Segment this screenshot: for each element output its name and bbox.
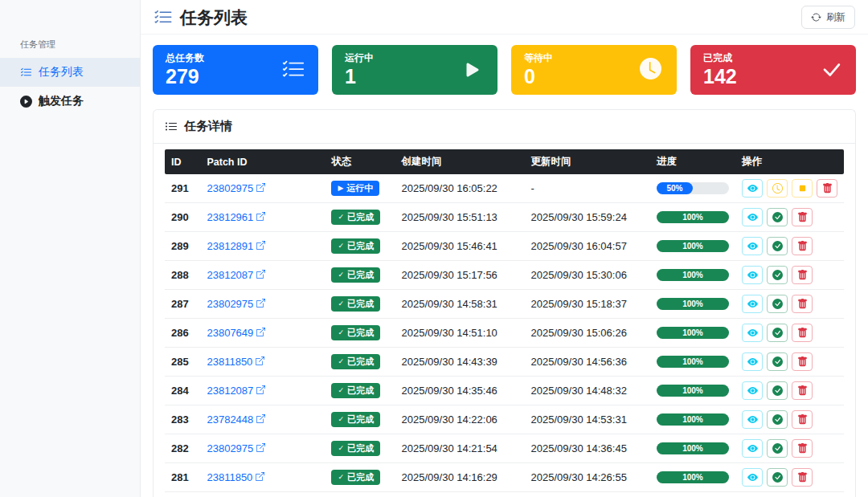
view-task-button[interactable] (742, 352, 763, 371)
sidebar-item-trigger-task[interactable]: 触发任务 (0, 87, 140, 116)
patch-id-link[interactable]: 23812961 (207, 211, 265, 223)
delete-task-button[interactable] (792, 352, 813, 371)
status-badge-icon: ✓ (338, 214, 344, 221)
view-task-button[interactable] (742, 237, 763, 255)
row-actions (742, 439, 837, 458)
sidebar-item-task-list[interactable]: 任务列表 (0, 58, 140, 87)
status-badge: ✓ 已完成 (331, 267, 380, 283)
patch-id-text: 23812891 (207, 240, 253, 252)
patch-id-link[interactable]: 23812087 (207, 385, 265, 397)
status-badge: ✓ 已完成 (331, 412, 380, 427)
page-header: 任务列表 刷新 (141, 0, 868, 35)
column-header-actions: 操作 (735, 149, 844, 174)
progress-bar: 100% (657, 240, 729, 252)
refresh-button[interactable]: 刷新 (801, 6, 855, 29)
status-badge-icon: ✓ (338, 300, 344, 308)
stat-card-total: 总任务数 279 (153, 45, 318, 95)
stop-task-button[interactable] (792, 179, 813, 198)
delete-task-button[interactable] (817, 179, 837, 198)
delete-task-button[interactable] (792, 439, 813, 458)
clock-icon (640, 58, 664, 82)
status-label: 已完成 (347, 212, 374, 222)
status-badge-icon: ✓ (338, 387, 344, 394)
patch-id-text: 23802975 (207, 442, 253, 454)
status-label: 已完成 (347, 472, 374, 483)
mark-complete-button[interactable] (767, 237, 788, 255)
trash-icon (797, 212, 808, 222)
status-label: 已完成 (347, 241, 374, 251)
patch-id-link[interactable]: 23807649 (207, 327, 265, 339)
patch-id-link[interactable]: 23782448 (207, 413, 265, 426)
delete-task-button[interactable] (792, 468, 813, 487)
updated-time: 2025/09/30 14:12:46 (525, 492, 650, 497)
progress-bar-fill: 100% (657, 269, 729, 281)
delete-task-button[interactable] (792, 295, 813, 313)
patch-id-link[interactable]: 23802975 (207, 298, 265, 310)
clock-icon (772, 183, 783, 194)
mark-complete-button[interactable] (767, 208, 788, 226)
eye-icon (747, 299, 758, 309)
progress-label: 100% (682, 213, 703, 222)
patch-id-link[interactable]: 23802975 (207, 182, 265, 194)
task-id: 284 (165, 377, 200, 405)
progress-bar-fill: 50% (657, 182, 693, 194)
mark-complete-button[interactable] (767, 295, 788, 313)
progress-bar: 100% (657, 385, 729, 397)
mark-complete-button[interactable] (767, 324, 788, 342)
eye-icon (747, 241, 758, 251)
external-link-icon (256, 328, 265, 336)
stat-value: 142 (703, 66, 737, 88)
status-badge: ✓ 已完成 (331, 210, 380, 225)
mark-complete-button[interactable] (767, 439, 788, 458)
view-task-button[interactable] (742, 324, 763, 342)
progress-label: 100% (682, 299, 703, 308)
row-actions (742, 179, 837, 198)
trash-icon (797, 241, 808, 251)
patch-id-link[interactable]: 23811850 (207, 471, 264, 483)
delete-task-button[interactable] (792, 410, 813, 429)
status-badge-icon: ✓ (338, 474, 344, 481)
sidebar-item-label: 任务列表 (39, 65, 84, 79)
view-task-button[interactable] (742, 208, 763, 226)
column-header-created: 创建时间 (395, 149, 525, 174)
progress-bar: 100% (657, 327, 729, 339)
view-task-button[interactable] (742, 410, 763, 429)
view-task-button[interactable] (742, 439, 763, 458)
stat-cards: 总任务数 279 运行中 1 等待中 0 (153, 45, 856, 95)
delete-task-button[interactable] (792, 208, 813, 226)
clock-button[interactable] (767, 179, 788, 198)
patch-id-text: 23812961 (207, 211, 253, 223)
task-id: 282 (165, 434, 200, 463)
mark-complete-button[interactable] (767, 468, 788, 487)
view-task-button[interactable] (742, 295, 763, 313)
delete-task-button[interactable] (792, 266, 813, 284)
delete-task-button[interactable] (792, 324, 813, 342)
status-label: 已完成 (347, 443, 374, 454)
progress-bar: 100% (657, 269, 729, 281)
delete-task-button[interactable] (792, 381, 813, 400)
view-task-button[interactable] (742, 468, 763, 487)
progress-bar: 100% (657, 211, 729, 223)
progress-label: 100% (682, 473, 703, 482)
patch-id-link[interactable]: 23812087 (207, 269, 265, 281)
external-link-icon (256, 414, 265, 423)
view-task-button[interactable] (742, 381, 763, 400)
mark-complete-button[interactable] (767, 381, 788, 400)
patch-id-link[interactable]: 23802975 (207, 442, 265, 454)
view-task-button[interactable] (742, 266, 763, 284)
patch-id-link[interactable]: 23812891 (207, 240, 265, 252)
delete-task-button[interactable] (792, 237, 813, 255)
eye-icon (747, 183, 758, 194)
status-badge-icon: ✓ (338, 271, 344, 279)
mark-complete-button[interactable] (767, 352, 788, 371)
stat-card-running: 运行中 1 (332, 45, 497, 95)
column-header-updated: 更新时间 (525, 149, 650, 174)
status-badge-icon: ✓ (338, 358, 344, 365)
mark-complete-button[interactable] (767, 266, 788, 284)
mark-complete-button[interactable] (767, 410, 788, 429)
status-badge: ✓ 已完成 (331, 325, 380, 340)
view-task-button[interactable] (742, 179, 763, 198)
patch-id-link[interactable]: 23811850 (207, 356, 264, 368)
progress-label: 100% (682, 271, 703, 279)
status-label: 已完成 (347, 328, 374, 338)
